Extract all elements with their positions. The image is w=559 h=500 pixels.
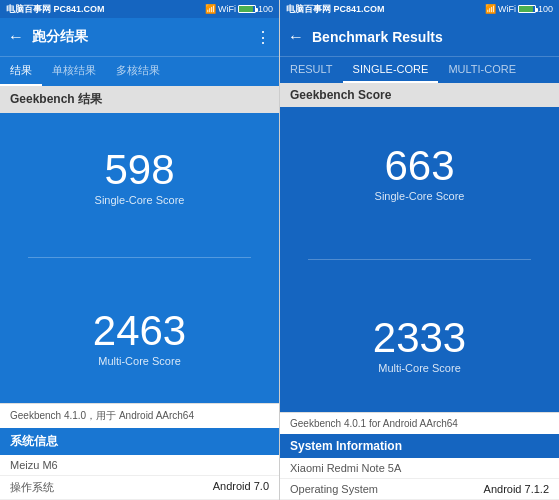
right-device-name: Xiaomi Redmi Note 5A xyxy=(290,462,401,474)
left-battery-icon xyxy=(238,5,256,13)
right-multi-core-block: 2333 Multi-Core Score xyxy=(373,317,466,374)
right-sys-row-device: Xiaomi Redmi Note 5A xyxy=(280,458,559,479)
right-score-area: 663 Single-Core Score 2333 Multi-Core Sc… xyxy=(280,107,559,412)
right-panel: 电脑百事网 PC841.COM 📶 WiFi 100 ← Benchmark R… xyxy=(280,0,559,500)
right-back-button[interactable]: ← xyxy=(288,28,304,46)
right-single-core-block: 663 Single-Core Score xyxy=(375,145,465,202)
right-tab-multi[interactable]: MULTI-CORE xyxy=(438,57,526,83)
right-single-core-label: Single-Core Score xyxy=(375,190,465,202)
left-back-button[interactable]: ← xyxy=(8,28,24,46)
left-panel: 电脑百事网 PC841.COM 📶 WiFi 100 ← 跑分结果 ⋮ 结果 单… xyxy=(0,0,279,500)
left-multi-core-block: 2463 Multi-Core Score xyxy=(93,310,186,367)
right-battery-pct: 100 xyxy=(538,4,553,14)
left-signal-icon: 📶 xyxy=(205,4,216,14)
left-status-bar: 电脑百事网 PC841.COM 📶 WiFi 100 xyxy=(0,0,279,18)
right-page-title: Benchmark Results xyxy=(312,29,551,45)
left-more-button[interactable]: ⋮ xyxy=(255,28,271,47)
right-os-value: Android 7.1.2 xyxy=(484,483,549,495)
left-site-name: 电脑百事网 PC841.COM xyxy=(6,3,105,16)
left-tab-single[interactable]: 单核结果 xyxy=(42,57,106,86)
left-info-text: Geekbench 4.1.0，用于 Android AArch64 xyxy=(0,403,279,428)
left-tab-multi[interactable]: 多核结果 xyxy=(106,57,170,86)
left-sys-row-device: Meizu M6 xyxy=(0,455,279,476)
right-toolbar: ← Benchmark Results xyxy=(280,18,559,56)
right-battery-icon xyxy=(518,5,536,13)
left-sys-row-os: 操作系统 Android 7.0 xyxy=(0,476,279,500)
left-device-name: Meizu M6 xyxy=(10,459,58,471)
left-battery-pct: 100 xyxy=(258,4,273,14)
right-score-divider xyxy=(308,259,531,260)
right-site-name: 电脑百事网 PC841.COM xyxy=(286,3,385,16)
left-os-value: Android 7.0 xyxy=(213,480,269,495)
left-multi-core-label: Multi-Core Score xyxy=(93,355,186,367)
right-tabs: RESULT SINGLE-CORE MULTI-CORE xyxy=(280,56,559,83)
left-page-title: 跑分结果 xyxy=(32,28,247,46)
left-wifi-icon: WiFi xyxy=(218,4,236,14)
right-multi-core-score: 2333 xyxy=(373,317,466,359)
left-score-divider xyxy=(28,257,251,258)
right-wifi-icon: WiFi xyxy=(498,4,516,14)
left-toolbar: ← 跑分结果 ⋮ xyxy=(0,18,279,56)
right-status-bar: 电脑百事网 PC841.COM 📶 WiFi 100 xyxy=(280,0,559,18)
left-multi-core-score: 2463 xyxy=(93,310,186,352)
right-multi-core-label: Multi-Core Score xyxy=(373,362,466,374)
left-single-core-label: Single-Core Score xyxy=(95,194,185,206)
left-status-icons: 📶 WiFi 100 xyxy=(205,4,273,14)
left-section-header: Geekbench 结果 xyxy=(0,86,279,113)
left-score-area: 598 Single-Core Score 2463 Multi-Core Sc… xyxy=(0,113,279,403)
right-section-header: Geekbench Score xyxy=(280,83,559,107)
right-status-icons: 📶 WiFi 100 xyxy=(485,4,553,14)
left-tab-result[interactable]: 结果 xyxy=(0,57,42,86)
right-os-label: Operating System xyxy=(290,483,378,495)
right-sys-row-os: Operating System Android 7.1.2 xyxy=(280,479,559,500)
left-tabs: 结果 单核结果 多核结果 xyxy=(0,56,279,86)
right-signal-icon: 📶 xyxy=(485,4,496,14)
left-os-label: 操作系统 xyxy=(10,480,54,495)
right-single-core-score: 663 xyxy=(375,145,465,187)
left-single-core-score: 598 xyxy=(95,149,185,191)
right-info-text: Geekbench 4.0.1 for Android AArch64 xyxy=(280,412,559,434)
right-tab-result[interactable]: RESULT xyxy=(280,57,343,83)
left-sys-info-header: 系统信息 xyxy=(0,428,279,455)
right-tab-single[interactable]: SINGLE-CORE xyxy=(343,57,439,83)
right-sys-info-header: System Information xyxy=(280,434,559,458)
left-single-core-block: 598 Single-Core Score xyxy=(95,149,185,206)
